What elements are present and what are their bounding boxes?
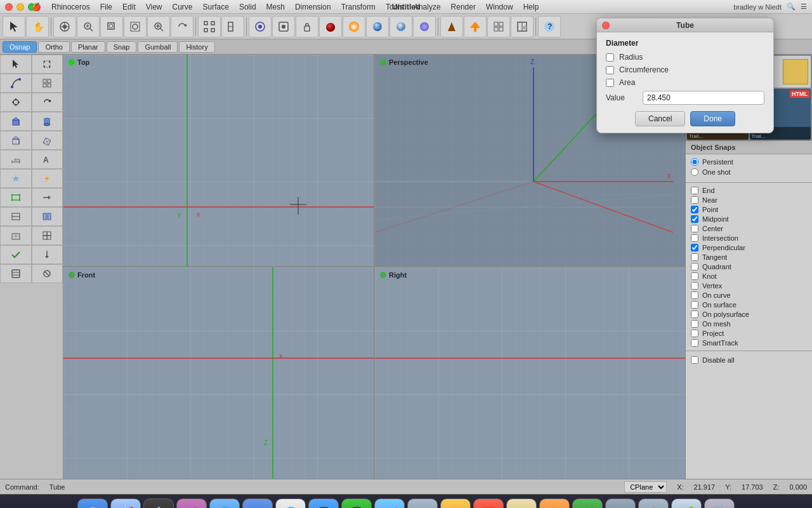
dock-mail[interactable]: ✉️ <box>242 498 273 509</box>
dock-photos[interactable]: 📸 <box>440 498 471 509</box>
osnap-button[interactable]: Osnap <box>3 41 37 53</box>
mesh-surface-tool[interactable] <box>32 131 63 150</box>
end-check-item[interactable]: End <box>691 187 807 194</box>
perpendicular-checkbox[interactable] <box>691 244 698 251</box>
area-checkbox[interactable] <box>606 79 614 87</box>
select-dots[interactable] <box>32 55 63 74</box>
on-surface-check-item[interactable]: On surface <box>691 301 807 309</box>
grid-3d-tool[interactable] <box>32 226 63 245</box>
solid-menu-item[interactable]: Solid <box>239 3 256 11</box>
render-tool[interactable] <box>440 16 463 37</box>
project-check-item[interactable]: Project <box>691 330 807 337</box>
window-controls[interactable] <box>5 3 36 11</box>
checkmark-tool[interactable] <box>0 245 32 264</box>
midpoint-check-item[interactable]: Midpoint <box>691 215 807 223</box>
surface-menu-item[interactable]: Surface <box>203 3 229 11</box>
dock-dashboard[interactable]: ⚙️ <box>143 498 174 509</box>
smarttrack-check-item[interactable]: SmartTrack <box>691 339 807 347</box>
curve-grid[interactable] <box>32 74 63 93</box>
dock-safari[interactable]: 🌐 <box>209 498 240 509</box>
on-mesh-checkbox[interactable] <box>691 320 698 328</box>
dock-reminder[interactable]: 🔔 <box>539 498 570 509</box>
center-checkbox[interactable] <box>691 225 698 232</box>
point-tool[interactable] <box>198 16 221 37</box>
minimize-button[interactable] <box>16 3 24 11</box>
arrow-down-tool[interactable] <box>32 245 63 264</box>
close-button[interactable] <box>5 3 13 11</box>
viewport-top[interactable]: y x Top <box>63 55 374 266</box>
perpendicular-check-item[interactable]: Perpendicular <box>691 244 807 251</box>
viewport-tool[interactable] <box>53 16 76 37</box>
star-tool[interactable] <box>0 169 32 188</box>
smarttrack-checkbox[interactable] <box>691 339 698 347</box>
dock-finder[interactable]: 😊 <box>77 498 108 509</box>
apple-menu-item[interactable]: 🍎 <box>32 3 41 11</box>
cancel-button[interactable]: Cancel <box>635 111 685 126</box>
dock-folder[interactable]: 📁 <box>407 498 438 509</box>
circumference-checkbox[interactable] <box>606 66 614 74</box>
dock-news[interactable]: 📰 <box>506 498 537 509</box>
window-menu-item[interactable]: Window <box>486 3 513 11</box>
on-curve-checkbox[interactable] <box>691 291 698 299</box>
dock-messages[interactable]: 💬 <box>341 498 372 509</box>
select-arrow[interactable] <box>0 55 32 74</box>
mesh-menu-item[interactable]: Mesh <box>266 3 285 11</box>
bolt-tool[interactable] <box>32 169 63 188</box>
lock-tool[interactable] <box>296 16 318 37</box>
project-checkbox[interactable] <box>691 330 698 337</box>
ortho-button[interactable]: Ortho <box>38 41 70 53</box>
menu-bar-items[interactable]: 🍎 Rhinoceros File Edit View Curve Surfac… <box>32 3 539 11</box>
done-button[interactable]: Done <box>690 111 735 126</box>
display-mode[interactable] <box>390 16 412 37</box>
dock-itunes[interactable]: 🎵 <box>176 498 207 509</box>
dialog-close-button[interactable] <box>602 22 610 29</box>
point-checkbox[interactable] <box>691 206 698 213</box>
one-shot-radio[interactable] <box>691 168 698 176</box>
sphere-tool[interactable] <box>366 16 389 37</box>
vertex-checkbox[interactable] <box>691 282 698 290</box>
render-menu-item[interactable]: Render <box>451 3 476 11</box>
near-checkbox[interactable] <box>691 196 698 204</box>
osnap-circle[interactable] <box>249 16 272 37</box>
box-tool[interactable] <box>0 112 32 131</box>
select-tool[interactable] <box>3 16 25 37</box>
cloud-tool[interactable] <box>413 16 436 37</box>
color-picker[interactable] <box>343 16 365 37</box>
dock-camera[interactable]: 📷 <box>605 498 636 509</box>
split-tool[interactable] <box>32 207 63 226</box>
dock-trash[interactable]: 🗑️ <box>704 498 735 509</box>
on-curve-check-item[interactable]: On curve <box>691 291 807 299</box>
midpoint-checkbox[interactable] <box>691 215 698 223</box>
intersection-check-item[interactable]: Intersection <box>691 234 807 242</box>
pan-tool[interactable]: ✋ <box>26 16 49 37</box>
disable-all-checkbox[interactable] <box>691 356 698 364</box>
dock-skype[interactable]: 💬 <box>308 498 339 509</box>
rhinoceros-menu-item[interactable]: Rhinoceros <box>51 3 90 11</box>
orange-arrow[interactable] <box>464 16 487 37</box>
view-box[interactable] <box>0 264 32 283</box>
transform-menu-item[interactable]: Transform <box>341 3 376 11</box>
line-tool[interactable] <box>221 16 244 37</box>
rotate-tool[interactable] <box>32 93 63 112</box>
quadrant-check-item[interactable]: Quadrant <box>691 263 807 271</box>
dock-files[interactable]: 🗂️ <box>671 498 702 509</box>
3d-grid-tool[interactable] <box>0 226 32 245</box>
zoom-area[interactable] <box>77 16 100 37</box>
viewport-front[interactable]: Z x Front <box>63 267 374 479</box>
arrow-right-tool[interactable] <box>32 188 63 207</box>
zoom-extents[interactable] <box>124 16 147 37</box>
move-point-tool[interactable] <box>0 93 32 112</box>
rotate-view[interactable] <box>171 16 193 37</box>
persistent-radio[interactable] <box>691 158 698 166</box>
knot-checkbox[interactable] <box>691 272 698 280</box>
on-surface-checkbox[interactable] <box>691 301 698 309</box>
cplane-select[interactable]: CPlane <box>624 481 667 493</box>
zoom-in[interactable] <box>147 16 170 37</box>
file-menu-item[interactable]: File <box>100 3 112 11</box>
near-check-item[interactable]: Near <box>691 196 807 204</box>
dock-chrome[interactable]: 🌐 <box>275 498 306 509</box>
isocurve-tool[interactable] <box>0 207 32 226</box>
cylinder-tool[interactable] <box>32 112 63 131</box>
tangent-checkbox[interactable] <box>691 253 698 261</box>
gumball-button[interactable]: Gumball <box>138 41 178 53</box>
